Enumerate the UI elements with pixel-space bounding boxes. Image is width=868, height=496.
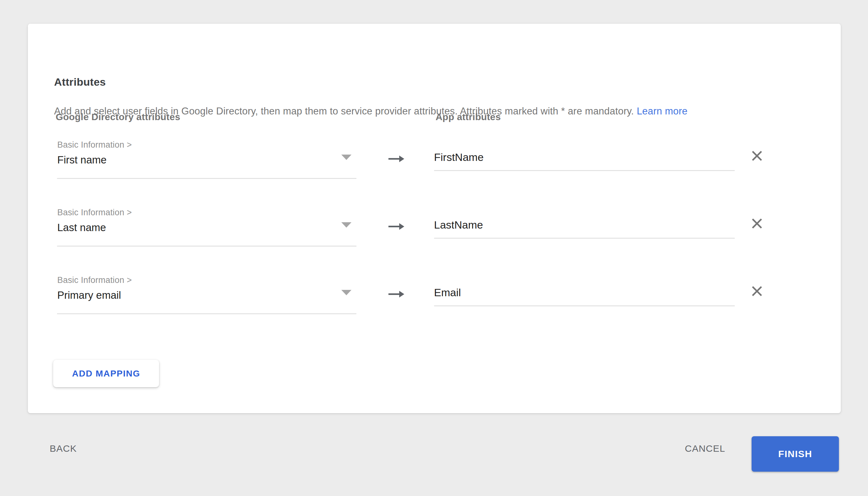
app-attribute-field [434, 285, 735, 306]
select-underline [57, 246, 356, 247]
column-header-google-directory: Google Directory attributes [56, 112, 180, 122]
select-underline [57, 313, 356, 314]
select-underline [57, 178, 356, 179]
close-icon [750, 216, 764, 232]
google-attribute-category: Basic Information > [57, 208, 132, 217]
column-header-app-attributes: App attributes [436, 112, 501, 122]
page-title: Attributes [54, 76, 106, 88]
google-attribute-value: Primary email [57, 289, 121, 301]
mapping-row: Basic Information > Primary email [28, 275, 841, 343]
input-underline [434, 305, 735, 306]
add-mapping-button[interactable]: ADD MAPPING [53, 360, 159, 387]
google-attribute-value: First name [57, 154, 107, 166]
back-button[interactable]: BACK [46, 441, 80, 456]
input-underline [434, 238, 735, 239]
input-underline [434, 170, 735, 171]
app-attribute-field [434, 150, 735, 171]
dropdown-arrow-icon[interactable] [341, 290, 351, 295]
arrow-right-icon [388, 289, 404, 300]
remove-mapping-button[interactable] [748, 148, 765, 165]
google-attribute-select[interactable]: Basic Information > First name [57, 140, 356, 181]
mapping-row: Basic Information > Last name [28, 208, 841, 275]
dropdown-arrow-icon[interactable] [341, 222, 351, 228]
app-attribute-input[interactable] [434, 285, 735, 300]
mapping-row: Basic Information > First name [28, 140, 841, 208]
arrow-right-icon [388, 154, 404, 165]
arrow-right-icon [388, 222, 404, 232]
learn-more-link[interactable]: Learn more [637, 106, 688, 117]
cancel-button[interactable]: CANCEL [682, 441, 729, 456]
close-icon [750, 284, 764, 299]
close-icon [750, 149, 764, 164]
app-attribute-input[interactable] [434, 150, 735, 165]
google-attribute-category: Basic Information > [57, 275, 132, 285]
remove-mapping-button[interactable] [748, 215, 765, 232]
finish-button[interactable]: FINISH [751, 436, 839, 472]
google-attribute-select[interactable]: Basic Information > Last name [57, 208, 356, 249]
app-attribute-field [434, 217, 735, 239]
google-attribute-select[interactable]: Basic Information > Primary email [57, 275, 356, 316]
google-attribute-value: Last name [57, 222, 106, 234]
remove-mapping-button[interactable] [748, 283, 765, 300]
google-attribute-category: Basic Information > [57, 140, 132, 150]
app-attribute-input[interactable] [434, 217, 735, 232]
attributes-card: Attributes Add and select user fields in… [28, 24, 841, 413]
dropdown-arrow-icon[interactable] [341, 155, 351, 160]
mappings-list: Basic Information > First name [28, 140, 841, 343]
